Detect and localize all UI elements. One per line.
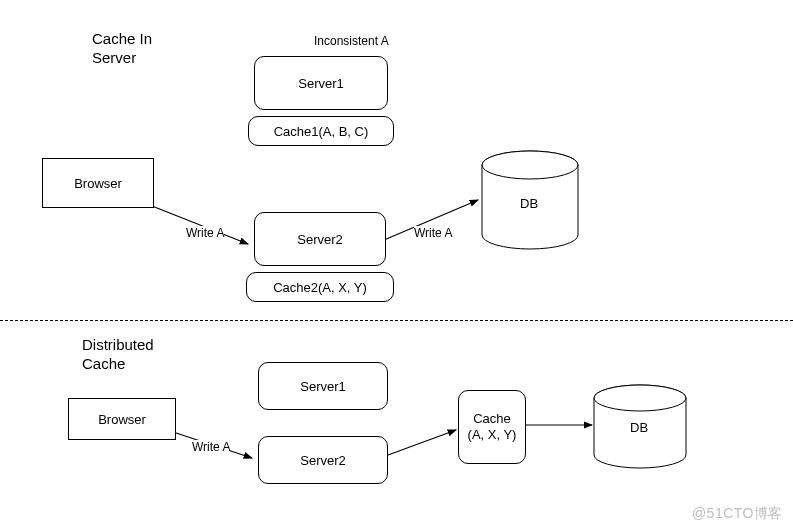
box-cache-bottom: Cache (A, X, Y): [458, 390, 526, 464]
text-server1-bottom: Server1: [300, 379, 346, 394]
box-server1-top: Server1: [254, 56, 388, 110]
text-browser-top: Browser: [74, 176, 122, 191]
text-db-bottom: DB: [630, 420, 648, 435]
box-server2-bottom: Server2: [258, 436, 388, 484]
box-server2-top: Server2: [254, 212, 386, 266]
title-line1: Cache In: [92, 30, 152, 49]
cache-line1: Cache: [468, 411, 517, 427]
label-write-a-bottom: Write A: [192, 440, 230, 454]
label-write-a-left: Write A: [186, 226, 224, 240]
text-db-top: DB: [520, 196, 538, 211]
box-browser-top: Browser: [42, 158, 154, 208]
text-server2-top: Server2: [297, 232, 343, 247]
cache-line2: (A, X, Y): [468, 427, 517, 443]
label-write-a-right: Write A: [414, 226, 452, 240]
text-server1-top: Server1: [298, 76, 344, 91]
svg-point-7: [594, 385, 686, 411]
label-inconsistent: Inconsistent A: [314, 34, 389, 48]
title2-line1: Distributed: [82, 336, 154, 355]
title-distributed-cache: Distributed Cache: [82, 336, 154, 374]
box-browser-bottom: Browser: [68, 398, 176, 440]
box-server1-bottom: Server1: [258, 362, 388, 410]
watermark: @51CTO博客: [692, 505, 783, 523]
section-divider: [0, 320, 793, 321]
svg-point-3: [482, 151, 578, 179]
box-cache2-top: Cache2(A, X, Y): [246, 272, 394, 302]
svg-line-5: [388, 430, 456, 455]
title-cache-in-server: Cache In Server: [92, 30, 152, 68]
text-cache2-top: Cache2(A, X, Y): [273, 280, 367, 295]
title2-line2: Cache: [82, 355, 154, 374]
text-server2-bottom: Server2: [300, 453, 346, 468]
text-cache1-top: Cache1(A, B, C): [274, 124, 369, 139]
svg-point-2: [482, 151, 578, 179]
svg-point-8: [594, 385, 686, 411]
title-line2: Server: [92, 49, 152, 68]
box-cache1-top: Cache1(A, B, C): [248, 116, 394, 146]
text-browser-bottom: Browser: [98, 412, 146, 427]
